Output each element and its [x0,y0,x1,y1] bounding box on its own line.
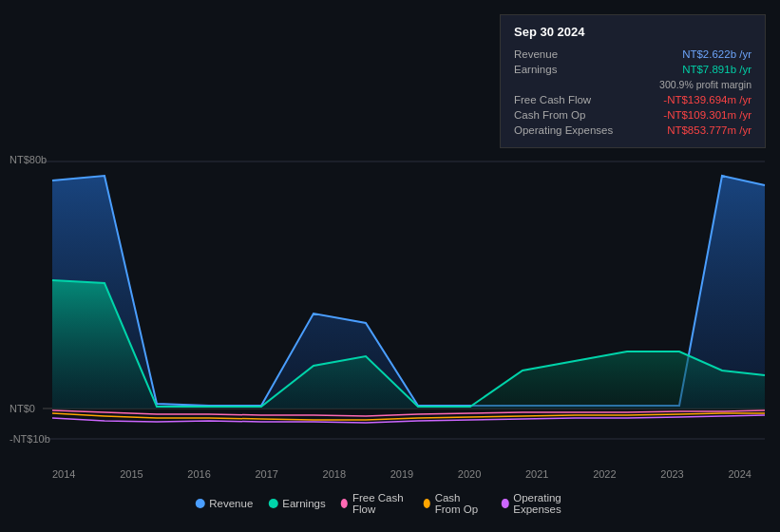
info-box: Sep 30 2024 Revenue NT$2.622b /yr Earnin… [500,14,766,148]
x-label-2016: 2016 [187,468,210,480]
legend-item-fcf[interactable]: Free Cash Flow [341,492,409,515]
info-label-op-expenses: Operating Expenses [514,123,642,138]
x-label-2017: 2017 [255,468,277,480]
chart-container: NT$80b NT$0 -NT$10b 2014 2015 2016 2017 … [0,0,780,532]
x-label-2019: 2019 [390,468,413,480]
info-value-op-expenses: NT$853.777m /yr [642,123,751,138]
y-axis-top-label: NT$80b [10,154,47,165]
legend-dot-revenue [195,499,204,508]
legend: Revenue Earnings Free Cash Flow Cash Fro… [195,492,585,515]
legend-item-revenue[interactable]: Revenue [195,498,253,509]
x-label-2018: 2018 [323,468,346,480]
legend-dot-op-expenses [502,499,508,508]
x-label-2024: 2024 [728,468,751,480]
x-label-2015: 2015 [120,468,143,480]
legend-label-fcf: Free Cash Flow [352,492,409,515]
x-axis-labels: 2014 2015 2016 2017 2018 2019 2020 2021 … [0,468,780,480]
legend-label-cash-from-op: Cash From Op [435,492,486,515]
legend-item-earnings[interactable]: Earnings [268,498,325,509]
legend-item-cash-from-op[interactable]: Cash From Op [423,492,486,515]
info-label-fcf: Free Cash Flow [514,92,642,107]
legend-label-earnings: Earnings [282,498,325,509]
info-value-fcf: -NT$139.694m /yr [642,92,751,107]
x-label-2014: 2014 [52,468,75,480]
legend-dot-fcf [341,499,348,508]
x-label-2021: 2021 [525,468,548,480]
info-value-cash-from-op: -NT$109.301m /yr [642,107,751,123]
info-row-cash-from-op: Cash From Op -NT$109.301m /yr [514,107,751,123]
y-axis-mid-label: NT$0 [10,403,35,414]
legend-dot-earnings [268,499,277,508]
x-label-2023: 2023 [660,468,683,480]
info-label-cash-from-op: Cash From Op [514,107,642,123]
x-label-2020: 2020 [458,468,481,480]
info-label-earnings: Earnings [514,62,642,77]
info-label-revenue: Revenue [514,47,642,62]
info-table: Revenue NT$2.622b /yr Earnings NT$7.891b… [514,47,751,138]
info-row-earnings: Earnings NT$7.891b /yr [514,62,751,77]
info-row-fcf: Free Cash Flow -NT$139.694m /yr [514,92,751,107]
y-axis-low-label: -NT$10b [10,433,50,445]
info-value-earnings: NT$7.891b /yr [642,62,751,77]
legend-item-op-expenses[interactable]: Operating Expenses [502,492,585,515]
legend-dot-cash-from-op [423,499,429,508]
info-date: Sep 30 2024 [514,25,751,39]
info-value-profit-margin: 300.9% profit margin [642,77,751,92]
x-label-2022: 2022 [593,468,616,480]
info-row-profit-margin: 300.9% profit margin [514,77,751,92]
legend-label-revenue: Revenue [209,498,253,509]
info-value-revenue: NT$2.622b /yr [642,47,751,62]
info-label-profit-margin [514,77,642,92]
legend-label-op-expenses: Operating Expenses [513,492,584,515]
info-row-op-expenses: Operating Expenses NT$853.777m /yr [514,123,751,138]
info-row-revenue: Revenue NT$2.622b /yr [514,47,751,62]
